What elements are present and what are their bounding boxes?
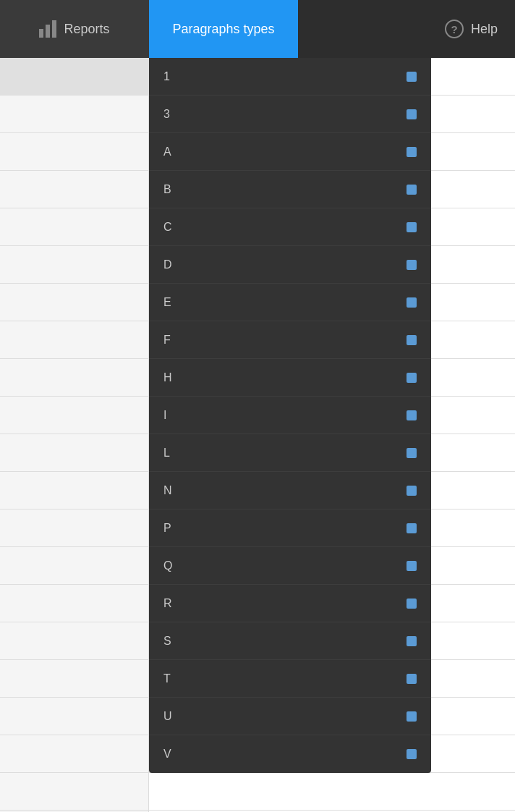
dropdown-item-color-icon xyxy=(407,147,417,157)
dropdown-item-label: L xyxy=(163,447,170,460)
dropdown-item[interactable]: S xyxy=(149,622,431,660)
dropdown-item[interactable]: P xyxy=(149,509,431,547)
left-row xyxy=(0,171,148,208)
dropdown-item[interactable]: R xyxy=(149,585,431,622)
dropdown-item[interactable]: 1 xyxy=(149,58,431,96)
dropdown-item-label: H xyxy=(163,371,172,384)
left-row xyxy=(0,622,148,660)
help-label: Help xyxy=(471,22,498,37)
nav-paragraphs-types[interactable]: Paragraphs types xyxy=(149,0,298,58)
left-row xyxy=(0,660,148,698)
paragraphs-types-label: Paragraphs types xyxy=(172,22,274,37)
dropdown-item-color-icon xyxy=(407,185,417,195)
dropdown-item[interactable]: C xyxy=(149,208,431,246)
dropdown-item[interactable]: E xyxy=(149,284,431,321)
left-row xyxy=(0,434,148,472)
dropdown-item[interactable]: Q xyxy=(149,547,431,585)
dropdown-item[interactable]: H xyxy=(149,359,431,397)
dropdown-item-color-icon xyxy=(407,72,417,82)
help-icon: ? xyxy=(445,20,464,38)
dropdown-item[interactable]: D xyxy=(149,246,431,284)
right-row xyxy=(149,773,515,811)
dropdown-item-label: F xyxy=(163,334,171,347)
left-row xyxy=(0,509,148,547)
dropdown-item-label: U xyxy=(163,710,172,723)
dropdown-item-label: S xyxy=(163,635,171,648)
left-row xyxy=(0,735,148,773)
dropdown-item-label: T xyxy=(163,672,171,685)
dropdown-item-color-icon xyxy=(407,373,417,383)
left-row xyxy=(0,773,148,811)
dropdown-item-label: R xyxy=(163,597,172,610)
dropdown-item[interactable]: I xyxy=(149,397,431,434)
dropdown-item-color-icon xyxy=(407,222,417,232)
dropdown-item-color-icon xyxy=(407,674,417,684)
dropdown-item-color-icon xyxy=(407,410,417,420)
dropdown-item-label: C xyxy=(163,221,172,234)
dropdown-item-color-icon xyxy=(407,297,417,308)
dropdown-item[interactable]: F xyxy=(149,321,431,359)
dropdown-item-color-icon xyxy=(407,448,417,458)
dropdown-item[interactable]: L xyxy=(149,434,431,472)
dropdown-item-label: D xyxy=(163,258,172,271)
left-row xyxy=(0,547,148,585)
reports-label: Reports xyxy=(64,22,109,37)
nav-reports[interactable]: Reports xyxy=(0,0,149,58)
dropdown-item-color-icon xyxy=(407,599,417,609)
bar-3 xyxy=(52,20,56,38)
left-row xyxy=(0,472,148,509)
dropdown-item-color-icon xyxy=(407,636,417,646)
bar-chart-icon xyxy=(39,20,56,38)
dropdown-item-color-icon xyxy=(407,109,417,119)
dropdown-item-label: P xyxy=(163,522,171,535)
dropdown-item-label: N xyxy=(163,484,172,497)
dropdown-item-color-icon xyxy=(407,335,417,345)
bar-2 xyxy=(46,25,50,38)
dropdown-item-color-icon xyxy=(407,561,417,571)
left-row xyxy=(0,96,148,133)
nav-help[interactable]: ? Help xyxy=(427,0,515,58)
dropdown-menu: 13ABCDEFHILNPQRSTUV xyxy=(149,58,431,773)
left-row xyxy=(0,397,148,434)
dropdown-item-label: I xyxy=(163,409,166,422)
dropdown-item[interactable]: V xyxy=(149,735,431,773)
dropdown-item[interactable]: B xyxy=(149,171,431,208)
left-row xyxy=(0,208,148,246)
dropdown-item-color-icon xyxy=(407,523,417,533)
left-row xyxy=(0,585,148,622)
dropdown-item-label: E xyxy=(163,296,171,309)
dropdown-item-label: 3 xyxy=(163,108,170,121)
dropdown-item-color-icon xyxy=(407,711,417,722)
content-area: 13ABCDEFHILNPQRSTUV xyxy=(0,58,515,812)
bar-1 xyxy=(39,29,43,38)
left-row xyxy=(0,321,148,359)
left-row xyxy=(0,359,148,397)
dropdown-item-color-icon xyxy=(407,486,417,496)
dropdown-item[interactable]: U xyxy=(149,698,431,735)
dropdown-item[interactable]: N xyxy=(149,472,431,509)
nav-bar: Reports Paragraphs types ? Help xyxy=(0,0,515,58)
left-row xyxy=(0,246,148,284)
dropdown-item-label: Q xyxy=(163,559,172,572)
dropdown-item-color-icon xyxy=(407,749,417,759)
dropdown-item-color-icon xyxy=(407,260,417,270)
left-row xyxy=(0,133,148,171)
dropdown-item-label: 1 xyxy=(163,70,170,83)
dropdown-item[interactable]: A xyxy=(149,133,431,171)
dropdown-item-label: V xyxy=(163,748,171,761)
left-column xyxy=(0,58,149,812)
dropdown-item-label: B xyxy=(163,183,171,196)
dropdown-item[interactable]: T xyxy=(149,660,431,698)
left-row xyxy=(0,284,148,321)
left-row xyxy=(0,58,148,96)
left-row xyxy=(0,698,148,735)
dropdown-item[interactable]: 3 xyxy=(149,96,431,133)
dropdown-item-label: A xyxy=(163,145,171,158)
